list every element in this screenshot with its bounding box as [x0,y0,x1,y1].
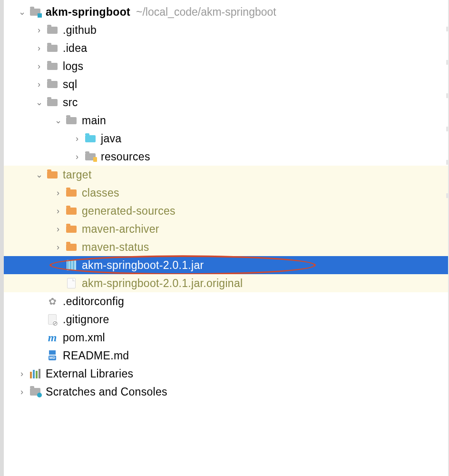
root-path: ~/local_code/akm-springboot [136,3,276,21]
tree-item-label: maven-status [82,238,149,256]
chevron-right-icon[interactable]: › [34,57,44,75]
jar-icon [66,259,77,271]
tree-item-label: .idea [63,39,87,57]
chevron-right-icon[interactable]: › [53,238,63,256]
tree-item-label: pom.xml [63,328,105,347]
tree-item-label: akm-springboot-2.0.1.jar.original [82,274,243,292]
tree-item-label: akm-springboot-2.0.1.jar [82,256,204,274]
tree-item[interactable]: ⌄target [4,166,448,184]
chevron-right-icon[interactable]: › [17,383,27,401]
tree-item[interactable]: ›logs [4,57,448,75]
md-icon: MD [47,350,58,361]
folder-gray-icon [66,115,77,126]
gear-icon: ✿ [47,296,58,307]
tree-item[interactable]: ›sql [4,75,448,93]
maven-icon: m [47,332,58,343]
chevron-right-icon[interactable]: › [53,202,63,220]
chevron-right-icon[interactable]: › [34,39,44,57]
tree-item-label: generated-sources [82,202,176,220]
folder-gray-icon [47,79,58,90]
scratch-folder-icon [29,386,41,397]
tree-item-label: java [101,129,121,148]
external-libraries[interactable]: › External Libraries [4,365,448,383]
tree-item-label: main [82,111,106,129]
library-icon [29,368,41,379]
tree-item-label: .editorconfig [63,292,124,310]
tree-item[interactable]: ›maven-archiver [4,220,448,238]
tree-item-label: .gitignore [63,310,109,328]
module-folder-icon [29,6,41,18]
tree-item-label: logs [63,57,83,75]
folder-gray-icon [47,24,58,36]
chevron-down-icon[interactable]: ⌄ [53,111,63,129]
tree-item-label: resources [101,148,150,166]
folder-orange-icon [66,223,77,235]
tree-item[interactable]: ›MDREADME.md [4,347,448,365]
chevron-right-icon[interactable]: › [34,21,44,39]
tree-item[interactable]: ›.idea [4,39,448,57]
tree-item-label: sql [63,75,77,93]
folder-cyan-icon [85,133,96,144]
tree-item-label: maven-archiver [82,220,159,238]
folder-resources-icon [85,151,96,162]
chevron-right-icon[interactable]: › [53,184,63,202]
tree-item[interactable]: ›.github [4,21,448,39]
tree-item-label: .github [63,21,97,39]
tree-item[interactable]: ›akm-springboot-2.0.1.jar.original [4,274,448,292]
project-tree[interactable]: ⌄ akm-springboot ~/local_code/akm-spring… [0,0,449,476]
chevron-right-icon[interactable]: › [72,148,82,166]
chevron-down-icon[interactable]: ⌄ [34,166,44,184]
scratches-label: Scratches and Consoles [46,383,167,401]
file-plain-icon [66,278,77,289]
root-name: akm-springboot [46,3,130,21]
chevron-down-icon[interactable]: ⌄ [34,93,44,111]
tree-item-label: classes [82,184,119,202]
fold-marks [446,27,448,312]
tree-item[interactable]: ›generated-sources [4,202,448,220]
tree-item[interactable]: ⌄main [4,111,448,129]
tree-item[interactable]: ›resources [4,148,448,166]
tree-item[interactable]: ›✿.editorconfig [4,292,448,310]
gitignore-icon [47,314,58,325]
tree-item[interactable]: ›classes [4,184,448,202]
chevron-right-icon[interactable]: › [53,220,63,238]
folder-gray-icon [47,42,58,54]
tree-item[interactable]: ›java [4,129,448,148]
chevron-down-icon[interactable]: ⌄ [17,3,27,21]
folder-gray-icon [47,97,58,108]
tree-item-label: src [63,93,78,111]
tree-root[interactable]: ⌄ akm-springboot ~/local_code/akm-spring… [4,3,448,21]
chevron-right-icon[interactable]: › [72,129,82,148]
external-libraries-label: External Libraries [46,365,133,383]
folder-orange-icon [66,187,77,198]
folder-gray-icon [47,60,58,72]
tree-item[interactable]: ›.gitignore [4,310,448,328]
folder-orange-icon [66,205,77,217]
tree-item[interactable]: ⌄src [4,93,448,111]
tree-item-label: README.md [63,347,129,365]
chevron-right-icon[interactable]: › [34,75,44,93]
scratches-and-consoles[interactable]: › Scratches and Consoles [4,383,448,401]
folder-orange-icon [47,169,58,180]
tree-item[interactable]: ›maven-status [4,238,448,256]
tree-item-label: target [63,166,92,184]
chevron-right-icon[interactable]: › [17,365,27,383]
folder-orange-icon [66,241,77,253]
tree-item[interactable]: ›mpom.xml [4,328,448,347]
tree-item[interactable]: ›akm-springboot-2.0.1.jar [4,256,448,274]
